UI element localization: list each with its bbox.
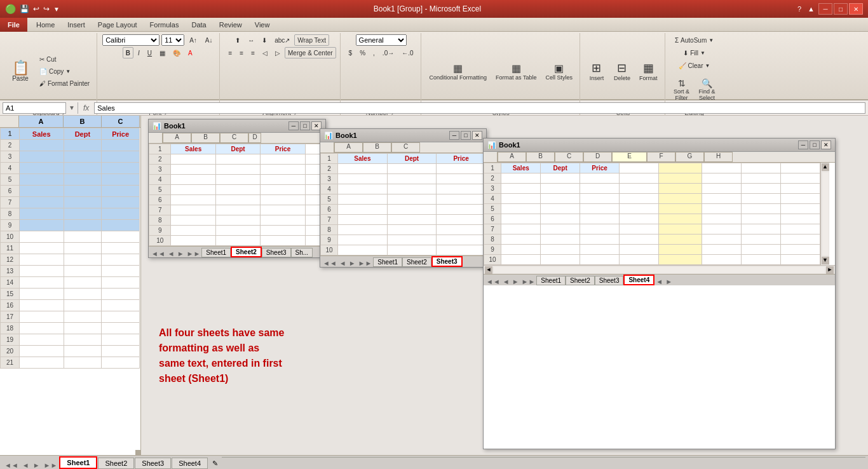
fw3-col-d[interactable]: D — [583, 152, 612, 162]
undo-icon[interactable]: ↩ — [33, 4, 39, 13]
copy-dropdown-icon[interactable]: ▼ — [65, 69, 71, 74]
cell-b10[interactable] — [64, 231, 102, 243]
help-icon[interactable]: ? — [795, 4, 804, 14]
fw3-sheet2-tab[interactable]: Sheet2 — [566, 276, 595, 285]
fw3-col-g[interactable]: G — [675, 152, 704, 162]
float-win-1-maximize[interactable]: □ — [300, 121, 310, 130]
fw1-col-d[interactable]: D — [248, 133, 261, 143]
percent-button[interactable]: % — [356, 47, 369, 58]
fw1-sheet4-tab[interactable]: Sh... — [291, 248, 313, 257]
clear-button[interactable]: 🧹 Clear ▼ — [675, 60, 714, 71]
col-b-header[interactable]: B — [64, 116, 102, 127]
align-right-button[interactable]: ≡ — [248, 47, 258, 58]
fw3-col-h[interactable]: H — [704, 152, 733, 162]
tab-nav-next[interactable]: ► — [31, 461, 42, 469]
ribbon-toggle-icon[interactable]: ▲ — [805, 4, 817, 14]
fw3-sheet4-tab[interactable]: Sheet4 — [623, 275, 654, 285]
cut-button[interactable]: ✂ Cut — [36, 53, 93, 65]
fw1-tab-prev[interactable]: ◄ — [166, 250, 176, 257]
align-bottom-button[interactable]: ⬇ — [259, 34, 270, 46]
fw2-col-b[interactable]: B — [363, 142, 391, 153]
copy-button[interactable]: 📄 Copy ▼ — [36, 65, 93, 77]
conditional-formatting-button[interactable]: ▦ Conditional Formatting — [426, 53, 491, 90]
cell-b3[interactable] — [64, 151, 102, 163]
fw2-tab-first[interactable]: ◄◄ — [322, 259, 338, 267]
clear-dropdown[interactable]: ▼ — [705, 63, 710, 69]
paste-button[interactable]: 📋 Paste — [6, 53, 34, 90]
cell-a9[interactable] — [19, 220, 64, 231]
fw3-sheet3-tab[interactable]: Sheet3 — [595, 276, 624, 285]
fw1-sheet3-tab[interactable]: Sheet3 — [262, 248, 291, 257]
fw2-col-a[interactable]: A — [334, 142, 363, 153]
menu-item-data[interactable]: Data — [185, 20, 212, 30]
cell-b9[interactable] — [64, 220, 102, 231]
name-box-dropdown-icon[interactable]: ▼ — [69, 104, 75, 111]
italic-button[interactable]: I — [135, 47, 143, 58]
cell-a2[interactable] — [19, 140, 64, 151]
font-size-select[interactable]: 11 — [161, 34, 184, 46]
fw1-tab-next[interactable]: ► — [176, 250, 186, 257]
cell-c9[interactable] — [102, 220, 140, 231]
fw3-scroll-down[interactable]: ▼ — [822, 257, 829, 264]
cell-c7[interactable] — [102, 197, 140, 208]
font-color-button[interactable]: A — [185, 47, 196, 58]
fw1-col-b[interactable]: B — [191, 133, 220, 143]
sheet2-tab[interactable]: Sheet2 — [98, 458, 134, 469]
bold-button[interactable]: B — [123, 47, 133, 58]
align-center-button[interactable]: ≡ — [236, 47, 247, 58]
tab-nav-last[interactable]: ►► — [42, 461, 60, 469]
cell-c8[interactable] — [102, 208, 140, 220]
dropdown-icon[interactable]: ▼ — [53, 6, 60, 13]
resize-handle[interactable] — [135, 450, 140, 455]
fw3-scroll-right[interactable]: ► — [826, 266, 834, 274]
tab-nav-first[interactable]: ◄◄ — [3, 461, 20, 469]
file-menu-button[interactable]: File — [0, 18, 27, 32]
delete-cells-button[interactable]: ⊟ Delete — [611, 53, 634, 90]
formula-input[interactable] — [94, 102, 865, 114]
name-box[interactable] — [3, 102, 66, 114]
cell-b6[interactable] — [64, 186, 102, 197]
cell-a10[interactable] — [19, 231, 64, 243]
fw2-tab-prev[interactable]: ◄ — [338, 259, 348, 267]
align-top-button[interactable]: ⬆ — [232, 34, 243, 46]
sheet3-tab[interactable]: Sheet3 — [135, 458, 171, 469]
format-painter-button[interactable]: 🖌 Format Painter — [36, 78, 93, 89]
cell-a5[interactable] — [19, 174, 64, 186]
insert-cells-button[interactable]: ⊞ Insert — [585, 53, 608, 90]
fw3-sheet1-tab[interactable]: Sheet1 — [536, 276, 566, 285]
sheet4-tab[interactable]: Sheet4 — [172, 458, 208, 469]
float-win-3-maximize[interactable]: □ — [810, 140, 820, 149]
cell-c5[interactable] — [102, 174, 140, 186]
fw3-scroll-left[interactable]: ◄ — [485, 266, 492, 274]
redo-icon[interactable]: ↪ — [43, 4, 50, 13]
accounting-button[interactable]: $ — [346, 47, 356, 58]
fw3-tab-next[interactable]: ► — [511, 278, 520, 285]
font-name-select[interactable]: Calibri — [102, 34, 159, 46]
cell-c4[interactable] — [102, 163, 140, 174]
merge-center-button[interactable]: Merge & Center — [285, 47, 336, 58]
fill-button[interactable]: ⬇ Fill ▼ — [680, 47, 709, 58]
menu-item-page-layout[interactable]: Page Layout — [92, 20, 144, 30]
tab-nav-prev[interactable]: ◄ — [20, 461, 31, 469]
fw2-tab-last[interactable]: ►► — [357, 259, 374, 267]
fw3-scrollbar[interactable]: ▲ ▼ — [820, 163, 829, 265]
cell-a7[interactable] — [19, 197, 64, 208]
menu-item-formulas[interactable]: Formulas — [144, 20, 186, 30]
format-as-table-button[interactable]: ▦ Format as Table — [492, 53, 539, 90]
fw1-sheet1-tab[interactable]: Sheet1 — [201, 248, 231, 257]
fw1-tab-first[interactable]: ◄◄ — [150, 250, 166, 257]
fw3-tab-prev[interactable]: ◄ — [501, 278, 511, 285]
increase-decimal-button[interactable]: .0→ — [379, 47, 397, 58]
fw3-col-e[interactable]: E — [612, 152, 647, 162]
col-c-header[interactable]: C — [102, 116, 140, 127]
fw3-col-f[interactable]: F — [647, 152, 675, 162]
maximize-button[interactable]: □ — [834, 3, 848, 15]
cell-a4[interactable] — [19, 163, 64, 174]
cell-b8[interactable] — [64, 208, 102, 220]
cell-b5[interactable] — [64, 174, 102, 186]
number-format-select[interactable]: General — [356, 34, 407, 46]
orientation-button[interactable]: abc↗ — [271, 34, 293, 46]
float-win-2-minimize[interactable]: ─ — [449, 131, 459, 140]
cell-c1[interactable]: Price — [102, 128, 140, 140]
fw2-sheet2-tab[interactable]: Sheet2 — [402, 257, 431, 267]
